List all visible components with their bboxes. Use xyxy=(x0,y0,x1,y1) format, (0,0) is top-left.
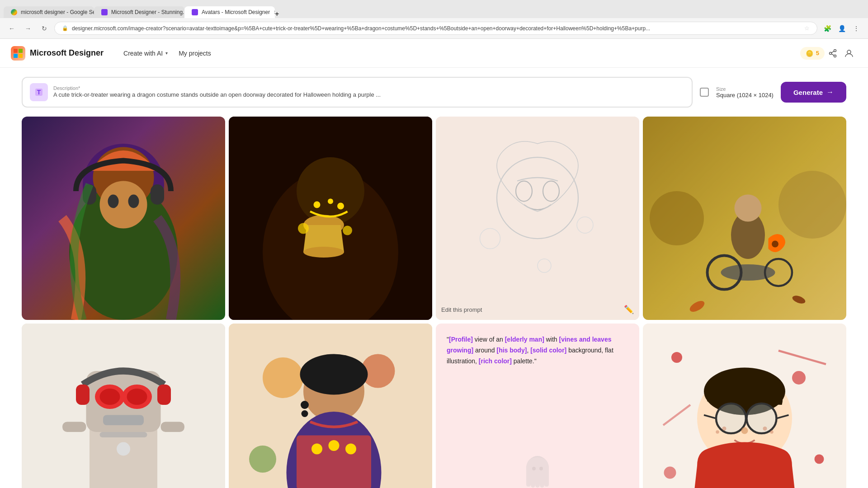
browser-toolbar: ← → ↻ 🔒 designer.microsoft.com/image-cre… xyxy=(0,18,868,39)
svg-rect-1 xyxy=(19,49,23,53)
tab-favicon-avatars xyxy=(192,9,198,15)
size-value: Square (1024 × 1024) xyxy=(716,92,774,99)
prompt-bracket-2: [elderly man] xyxy=(505,336,544,343)
forward-button[interactable]: → xyxy=(22,22,34,35)
gallery-item-6[interactable] xyxy=(229,324,432,488)
generate-button[interactable]: Generate → xyxy=(781,82,846,103)
profile-nav-button[interactable] xyxy=(841,45,857,61)
prompt-text-7: "[Profile] view of an [elderly man] with… xyxy=(447,334,628,446)
logo-area: Microsoft Designer xyxy=(11,46,104,61)
svg-rect-0 xyxy=(14,49,18,53)
svg-rect-3 xyxy=(19,54,23,58)
top-nav: Microsoft Designer Create with AI ▾ My p… xyxy=(0,39,868,68)
tab-favicon-google xyxy=(11,9,17,15)
browser-tab-ms-designer[interactable]: Microsoft Designer - Stunning... ✕ xyxy=(94,6,184,18)
description-value: A cute trick-or-treater wearing a dragon… xyxy=(53,91,381,99)
settings-button[interactable]: ⋮ xyxy=(850,22,863,35)
refresh-button[interactable]: ↻ xyxy=(38,22,51,35)
share-button[interactable] xyxy=(825,45,841,61)
svg-line-8 xyxy=(831,54,834,56)
gallery-item-3[interactable]: Edit this prompt ✏️ xyxy=(436,117,639,320)
prompt-text-3: around xyxy=(473,347,496,354)
logo-icon xyxy=(11,46,25,61)
size-checkbox[interactable] xyxy=(700,88,709,97)
coins-count: 5 xyxy=(816,50,819,56)
size-area: Size Square (1024 × 1024) xyxy=(700,86,774,99)
description-bar: T Description* A cute trick-or-treater w… xyxy=(0,68,868,117)
description-text-area: Description* A cute trick-or-treater wea… xyxy=(53,85,381,99)
app-logo-text: Microsoft Designer xyxy=(30,48,104,58)
toolbar-actions: 🧩 👤 ⋮ xyxy=(821,22,863,35)
nav-create-with-ai[interactable]: Create with AI ▾ xyxy=(118,46,173,61)
gallery-item-2[interactable] xyxy=(229,117,432,320)
svg-point-9 xyxy=(847,50,851,54)
my-projects-label: My projects xyxy=(179,50,211,57)
svg-point-76 xyxy=(532,467,536,470)
gallery-item-1[interactable] xyxy=(22,117,225,320)
prompt-bracket-6: [rich color] xyxy=(479,357,512,365)
description-label: Description* xyxy=(53,85,381,91)
prompt-text-4: , xyxy=(527,347,530,354)
size-info: Size Square (1024 × 1024) xyxy=(716,86,774,99)
app-container: Microsoft Designer Create with AI ▾ My p… xyxy=(0,39,868,488)
tab-label-avatars: Avatars - Microsoft Designer xyxy=(202,9,270,15)
prompt-bracket-4: [his body] xyxy=(496,347,527,354)
svg-point-77 xyxy=(539,467,543,470)
browser-chrome: microsoft designer - Google Se... ✕ Micr… xyxy=(0,0,868,39)
extensions-button[interactable]: 🧩 xyxy=(821,22,834,35)
description-input-area[interactable]: T Description* A cute trick-or-treater w… xyxy=(22,77,693,108)
generate-label: Generate xyxy=(793,89,823,96)
svg-rect-2 xyxy=(14,54,18,58)
prompt-bracket-5: [solid color] xyxy=(530,347,566,354)
ghost-preview-7 xyxy=(447,446,628,488)
svg-line-7 xyxy=(831,51,834,53)
chevron-down-icon: ▾ xyxy=(165,51,168,56)
prompt-bracket-1: [Profile] xyxy=(449,336,473,343)
gallery-item-8[interactable] xyxy=(643,324,846,488)
generate-arrow-icon: → xyxy=(826,88,834,96)
gallery: Edit this prompt ✏️ xyxy=(0,117,868,488)
gallery-item-7[interactable]: "[Profile] view of an [elderly man] with… xyxy=(436,324,639,488)
gallery-item-4[interactable] xyxy=(643,117,846,320)
tab-label-ms-designer: Microsoft Designer - Stunning... xyxy=(111,9,184,15)
url-text: designer.microsoft.com/image-creator?sce… xyxy=(72,25,801,32)
description-icon: T xyxy=(30,83,48,101)
prompt-text-6: palette." xyxy=(512,357,537,365)
browser-tab-avatars[interactable]: Avatars - Microsoft Designer ✕ xyxy=(184,6,275,18)
coin-icon: 🪙 xyxy=(806,50,813,57)
address-bar[interactable]: 🔒 designer.microsoft.com/image-creator?s… xyxy=(54,22,817,35)
gallery-grid: Edit this prompt ✏️ xyxy=(22,117,846,488)
prompt-text-1: view of an xyxy=(473,336,505,343)
create-with-ai-label: Create with AI xyxy=(123,50,163,57)
gallery-item-5[interactable] xyxy=(22,324,225,488)
prompt-text-2: with xyxy=(544,336,559,343)
coins-badge: 🪙 5 xyxy=(800,47,825,60)
profile-button[interactable]: 👤 xyxy=(835,22,848,35)
nav-my-projects[interactable]: My projects xyxy=(173,46,217,61)
new-tab-button[interactable]: + xyxy=(275,10,279,18)
bookmark-icon[interactable]: ☆ xyxy=(804,25,810,32)
lock-icon: 🔒 xyxy=(62,25,68,31)
tab-favicon-ms-designer xyxy=(101,9,108,15)
browser-tabs: microsoft designer - Google Se... ✕ Micr… xyxy=(0,0,868,18)
tab-label-google: microsoft designer - Google Se... xyxy=(21,9,94,15)
svg-point-6 xyxy=(830,52,832,54)
back-button[interactable]: ← xyxy=(5,22,18,35)
size-label: Size xyxy=(716,86,774,92)
browser-tab-google[interactable]: microsoft designer - Google Se... ✕ xyxy=(4,6,94,18)
svg-text:T: T xyxy=(37,89,41,96)
